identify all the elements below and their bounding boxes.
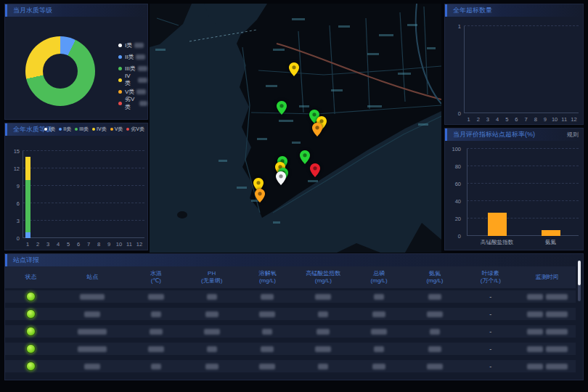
table-row[interactable]: - [5, 290, 576, 303]
rate-bar-label: 氨氮 [545, 239, 556, 246]
panel-station-table: 站点详报 状态站点水温(℃)PH(无量纲)溶解氧(mg/L)高锰酸盐指数(mg/… [4, 253, 584, 380]
cell: - [462, 363, 518, 370]
cell [351, 346, 407, 352]
redacted-value [318, 364, 328, 369]
cell [240, 346, 295, 352]
col-label: 高锰酸盐指数 [306, 270, 340, 277]
legend-item-I类[interactable]: I类 [118, 39, 147, 51]
gridline [467, 218, 579, 219]
x-tick-label: 5 [503, 116, 510, 123]
legend-dot [126, 128, 129, 131]
x-tick-label: 10 [115, 241, 123, 248]
gridline [467, 183, 579, 184]
redacted-value [317, 329, 330, 335]
gridline [464, 113, 579, 113]
y-tick-label: 100 [449, 146, 461, 152]
table-scrollbar-thumb[interactable] [578, 261, 581, 285]
table-row[interactable]: - [5, 308, 576, 320]
cell [57, 329, 128, 335]
col-unit: (mg/L) [426, 277, 443, 284]
cell [407, 346, 463, 352]
legend-item-II类[interactable]: II类 [59, 125, 71, 134]
legend-item-劣V类[interactable]: 劣V类 [126, 125, 144, 134]
col-label: 叶绿素 [482, 270, 499, 277]
map-pin-yellow[interactable] [289, 62, 299, 76]
y-axis [467, 149, 467, 236]
cell [128, 346, 184, 352]
panel-title-station-table: 站点详报 [5, 254, 583, 266]
col-label: 站点 [86, 274, 98, 280]
chlorophyll-value: - [489, 328, 491, 335]
redacted-value [427, 364, 443, 369]
cell [518, 294, 576, 300]
map-basemap [150, 4, 441, 253]
redacted-value [428, 294, 441, 300]
redacted-value [372, 364, 385, 369]
x-tick-label: 3 [44, 241, 52, 248]
cell [351, 329, 407, 335]
x-tick-label: 2 [34, 241, 41, 248]
redacted-value [262, 329, 272, 335]
redacted-value [427, 311, 443, 317]
map-pin-orange[interactable] [312, 123, 322, 136]
legend-dot [92, 128, 95, 131]
y-tick-label: 80 [449, 163, 461, 170]
legend-value-redacted [134, 43, 144, 48]
gridline [23, 185, 144, 186]
stacked-bar-segment-II类 [25, 232, 30, 238]
table-row[interactable]: - [5, 325, 576, 338]
x-tick-label: 8 [532, 116, 539, 123]
gridline [23, 150, 144, 151]
col-label: PH [208, 270, 216, 277]
legend-label: IV类 [97, 126, 107, 133]
map[interactable] [150, 4, 441, 253]
cell [351, 364, 407, 369]
map-pin-orange[interactable] [255, 189, 265, 203]
col-label: 总磷 [373, 270, 385, 277]
redacted-time [546, 346, 568, 352]
panel-month-quality: 当月水质等级 I类II类III类IV类V类劣V类 [4, 4, 148, 120]
legend-item-V类[interactable]: V类 [110, 125, 123, 134]
y-tick-label: 0 [8, 235, 20, 242]
table-scrollbar[interactable] [578, 261, 581, 301]
col-label: 监测时间 [536, 274, 559, 280]
rate-bar-label: 高锰酸盐指数 [481, 239, 513, 246]
legend-item-I类[interactable]: I类 [44, 125, 55, 134]
stacked-bar-segment-III类 [25, 180, 30, 232]
redacted-value [205, 364, 219, 369]
redacted-date [527, 311, 543, 317]
cell [128, 294, 184, 300]
legend-item-III类[interactable]: III类 [75, 125, 89, 134]
map-pin-white[interactable] [276, 171, 286, 185]
legend-label: V类 [125, 88, 134, 96]
col-header-5: 高锰酸盐指数(mg/L) [295, 270, 351, 285]
map-pin-green[interactable] [277, 101, 287, 115]
legend-item-IV类[interactable]: IV类 [118, 74, 147, 86]
legend-item-劣V类[interactable]: 劣V类 [118, 97, 147, 109]
col-unit: (℃) [151, 277, 161, 284]
cell [518, 346, 576, 352]
cell [351, 311, 407, 317]
pin-icon [310, 163, 320, 177]
map-pin-red[interactable] [310, 163, 320, 177]
chlorophyll-value: - [489, 363, 491, 370]
redacted-value [151, 364, 161, 369]
rules-link[interactable]: 规则 [567, 128, 579, 141]
y-tick-label: 1 [449, 23, 461, 30]
redacted-station-name [84, 364, 100, 369]
legend-item-II类[interactable]: II类 [118, 51, 147, 62]
cell [518, 364, 576, 369]
legend-value-redacted [139, 101, 147, 106]
legend-dot [110, 128, 113, 131]
table-row[interactable]: - [5, 360, 576, 372]
x-tick-label: 2 [475, 116, 482, 123]
table-row[interactable]: - [5, 343, 576, 355]
cell [240, 294, 295, 300]
legend-label: III类 [125, 65, 136, 73]
cell [240, 329, 295, 335]
redacted-value [207, 346, 217, 352]
y-tick-label: 3 [8, 218, 20, 224]
map-pin-green[interactable] [300, 150, 310, 164]
legend-dot [59, 128, 62, 131]
legend-item-IV类[interactable]: IV类 [92, 125, 107, 134]
